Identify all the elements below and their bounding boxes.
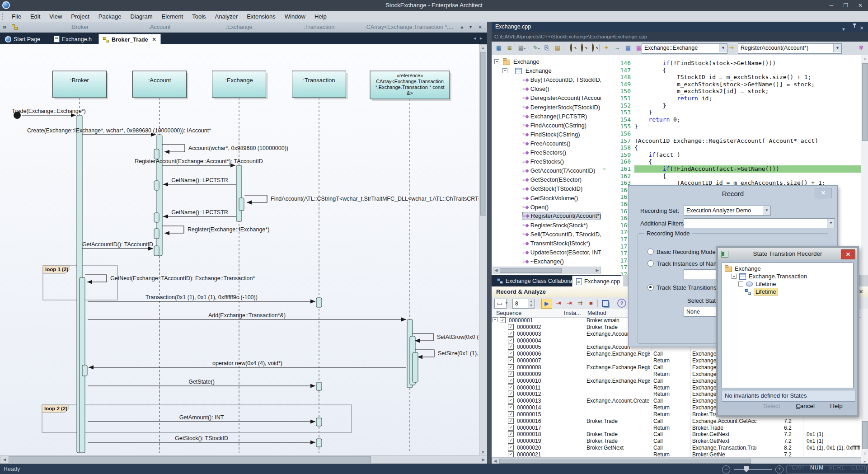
tree-row[interactable]: ≡◆Open() [522, 203, 549, 211]
row-checkbox[interactable] [508, 344, 514, 350]
tree-row[interactable]: ≡◆GetStockVolume() [522, 194, 578, 202]
tree-row[interactable]: ≡◆FreeSectors() [522, 148, 566, 157]
tree-method[interactable]: ≡◆RegisterAccount(Account*) [522, 212, 602, 220]
tree-method[interactable]: ≡◆DeregisterStock(TStockID) [522, 104, 600, 111]
tree-row[interactable]: ≡◆Buy(TAccountID, TStockID, UI [522, 75, 602, 84]
doc-tab-exchange-h[interactable]: Exchange.h [50, 34, 96, 44]
str-tree-row[interactable]: Exchange [725, 265, 761, 272]
scroll-left-icon[interactable]: ◀ [493, 459, 497, 463]
diagram-vscrollbar[interactable]: ▲ ▼ [479, 44, 488, 456]
tree-row[interactable]: Exchange [502, 66, 552, 75]
tree-method[interactable]: ≡◆FreeStocks() [522, 158, 564, 165]
chevron-down-icon[interactable]: ▼ [504, 299, 509, 308]
code-line[interactable]: 149 m_exchStocks[stock->GetName()] = sto… [601, 81, 861, 88]
scroll-right-icon[interactable]: ▶ [595, 268, 600, 272]
menu-item-analyzer[interactable]: Analyzer [211, 12, 243, 21]
message[interactable]: Transaction(0x1 (1), 0x1 (1), 0xffffff9c… [88, 294, 315, 304]
row-checkbox[interactable] [508, 431, 514, 437]
menu-item-window[interactable]: Window [280, 12, 310, 21]
tree-method[interactable]: ≡◆GetSector(ESector) [522, 176, 582, 183]
tree-row[interactable]: ≡◆FindAccount(CString) [522, 121, 586, 130]
table-vscrollbar[interactable]: ˅ ▸ [861, 309, 868, 464]
zoom-slider-thumb[interactable] [744, 466, 749, 472]
table-row[interactable]: 00000018Broker.TradeCallBroker.GetNext7.… [492, 431, 861, 438]
notes-icon[interactable]: ▤ [553, 43, 562, 52]
scroll-down-icon[interactable]: ▼ [467, 23, 474, 31]
go-to-definition-icon[interactable]: ➔ [727, 43, 736, 52]
row-checkbox[interactable] [508, 404, 514, 410]
tree-row[interactable]: ≡◆DeregisterAccount(TAccountI [522, 94, 602, 102]
column-header-method[interactable]: Method [587, 310, 606, 316]
tab-scroll-right-icon[interactable]: ▸ [480, 35, 483, 41]
zoom-out-icon[interactable]: − [722, 465, 730, 474]
tree-method[interactable]: ≡◆Open() [522, 204, 549, 211]
message[interactable]: GetName(): LPCTSTR [163, 209, 236, 219]
close-icon[interactable]: ✕ [152, 37, 156, 42]
insert-icon[interactable]: → [613, 43, 622, 52]
tree-row[interactable]: ≡◆TransmitStock(IStock*) [522, 239, 590, 248]
row-checkbox[interactable] [508, 418, 514, 424]
step-out-icon[interactable]: ⇉ [576, 299, 585, 308]
browser-hscrollbar[interactable]: ◀ ▶ [493, 267, 601, 274]
table-row[interactable]: 00000016Broker.TradeCallExchange.Account… [492, 418, 861, 425]
row-checkbox[interactable] [508, 371, 514, 377]
tree-row[interactable]: ≡◆Sell(TAccountID, TStockID, UI [522, 230, 602, 239]
message[interactable]: GetAmount(): INT [88, 414, 315, 424]
spinner-arrows-icon[interactable]: ▲▼ [528, 299, 535, 309]
stop-icon[interactable]: ■ [586, 299, 596, 308]
select-button[interactable]: Select [763, 403, 780, 409]
diagram-hscrollbar[interactable]: ◀ ▶ [0, 455, 488, 465]
code-line[interactable]: 151 return id; [601, 95, 861, 102]
menu-item-diagram[interactable]: Diagram [126, 12, 157, 21]
scroll-down-icon[interactable]: ˅ [862, 451, 868, 456]
row-checkbox[interactable] [508, 324, 514, 330]
tree-method[interactable]: ≡◆GetAccount(TAccountID) [522, 167, 595, 174]
copy-icon[interactable]: ⎘ [542, 43, 551, 52]
message[interactable]: GetNext(Exchange::TAccountID): Exchange:… [85, 275, 255, 284]
code-line[interactable]: 159 if(acct ) [601, 151, 861, 159]
chevron-down-icon[interactable]: ▼ [719, 44, 727, 52]
code-line[interactable]: 154 return 0; [601, 116, 861, 123]
tab-exchange-cpp[interactable]: Exchange.cpp [572, 276, 624, 287]
scroll-up-icon[interactable]: ▲ [480, 46, 486, 50]
edit-icon[interactable]: ✎▾ [530, 43, 542, 52]
tree-row[interactable]: ≡◆UpdateSector(ESector, INT) [522, 248, 602, 257]
lifeline[interactable]: :Exchange [212, 71, 268, 453]
expander-icon[interactable] [738, 282, 743, 286]
scope-combobox[interactable]: Exchange::Exchange▼ [642, 43, 727, 54]
basic-recording-radio[interactable] [647, 249, 654, 255]
code-line[interactable]: 152 } [601, 102, 861, 109]
sequence-diagram-canvas[interactable]: :Broker:Account:Exchange:Transaction«ref… [0, 44, 487, 455]
scroll-left-icon[interactable]: ◀ [494, 268, 498, 272]
code-line[interactable]: 153 } [601, 109, 861, 116]
menu-item-file[interactable]: File [7, 12, 26, 21]
menu-item-tools[interactable]: Tools [188, 12, 210, 21]
maximize-icon[interactable]: ❐ [839, 1, 853, 9]
menu-item-project[interactable]: Project [66, 12, 94, 21]
code-line[interactable]: 150 m_exchStocks2[id] = stock; [601, 88, 861, 95]
code-line[interactable]: 157TAccountID Exchange::RegisterAccount(… [601, 137, 861, 145]
numbered-list-icon[interactable]: ≣ [505, 43, 514, 52]
code-line[interactable]: 162 { [601, 173, 861, 180]
str-tree-row[interactable]: Lifetime [738, 280, 776, 288]
scroll-right-icon[interactable]: ▸ [862, 459, 868, 464]
message[interactable]: GetState() [88, 379, 315, 388]
tab-exchange-class-collaboration[interactable]: Exchange Class Collaboration [493, 276, 585, 286]
tree-row[interactable]: ≡◆RegisterStock(Stock*) [522, 221, 588, 230]
code-line[interactable]: 158{ [601, 144, 861, 151]
properties-icon[interactable]: ▤▾ [516, 43, 528, 52]
tree-method[interactable]: ≡◆FindAccount(CString) [522, 122, 586, 129]
step-over-icon[interactable]: ⇥ [554, 299, 563, 308]
message[interactable]: Trade(Exchange::Exchange*) [12, 108, 86, 119]
track-instances-radio[interactable] [647, 260, 654, 267]
tree-row[interactable]: ≡◆FindStock(CString) [522, 130, 580, 139]
tab-scroll-left-icon[interactable]: ◂ [474, 35, 476, 41]
minimize-icon[interactable]: ─ [825, 1, 838, 9]
menu-item-extensions[interactable]: Extensions [242, 12, 280, 21]
str-dialog-titlebar[interactable]: State Transition Recorder ✕ [718, 248, 857, 260]
message[interactable]: GetAccountID(): TAccountID [82, 241, 153, 251]
copy-icon[interactable] [602, 300, 609, 307]
track-state-transitions-radio[interactable] [647, 284, 654, 291]
code-line[interactable]: 146 if(!FindStock(stock->GetName())) [601, 60, 861, 67]
message[interactable]: FindAccount(ATL::CStringT<wchar_t,StrTra… [244, 195, 487, 205]
